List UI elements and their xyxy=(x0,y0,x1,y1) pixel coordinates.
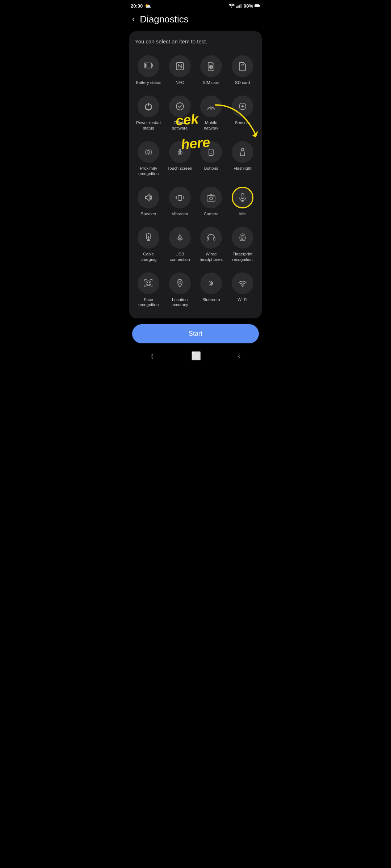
sd-card-label: SD card xyxy=(235,80,250,85)
grid-item-bluetooth[interactable]: Bluetooth xyxy=(196,269,226,312)
mobile-network-label: Mobile network xyxy=(198,120,225,131)
back-button[interactable]: ‹ xyxy=(131,13,136,25)
grid-item-location-accuracy[interactable]: Location accuracy xyxy=(165,269,195,312)
proximity-icon xyxy=(138,141,159,163)
svg-rect-9 xyxy=(152,64,153,67)
svg-point-55 xyxy=(179,281,181,283)
mobile-network-icon xyxy=(200,96,222,117)
face-recognition-icon xyxy=(138,272,159,294)
grid-item-fingerprint[interactable]: Fingerprint recognition xyxy=(228,223,258,266)
touch-screen-icon xyxy=(169,141,191,163)
svg-rect-7 xyxy=(255,5,259,7)
camera-label: Camera xyxy=(204,211,219,217)
grid-item-nfc[interactable]: NFC xyxy=(165,52,195,89)
start-button[interactable]: Start xyxy=(132,324,259,343)
grid-item-sd-card[interactable]: SD card xyxy=(228,52,258,89)
grid-item-official-software[interactable]: Official software xyxy=(165,92,195,135)
svg-point-37 xyxy=(213,196,214,197)
page-title: Diagnostics xyxy=(140,14,188,25)
grid-item-proximity[interactable]: Proximity recognition xyxy=(134,137,164,180)
buttons-label: Buttons xyxy=(204,166,218,171)
battery-status-label: Battery status xyxy=(136,80,161,85)
sim-card-label: SIM card xyxy=(203,80,219,85)
svg-rect-3 xyxy=(240,4,241,8)
grid-item-touch-screen[interactable]: Touch screen xyxy=(165,137,195,180)
flashlight-icon xyxy=(232,141,253,163)
location-accuracy-icon xyxy=(169,272,191,294)
svg-rect-1 xyxy=(237,5,238,8)
sd-card-icon xyxy=(232,55,253,77)
diagnostics-card: You can select an item to test. Battery … xyxy=(129,31,262,318)
grid-item-cable-charging[interactable]: Cable charging xyxy=(134,223,164,266)
speaker-label: Speaker xyxy=(141,211,156,217)
grid-item-vibration[interactable]: Vibration xyxy=(165,183,195,220)
start-button-container: Start xyxy=(125,318,266,348)
grid-item-wifi[interactable]: Wi-Fi xyxy=(228,269,258,312)
bottom-nav: ⫾ ⬜ ‹ xyxy=(125,348,266,367)
svg-rect-0 xyxy=(236,7,237,8)
svg-point-47 xyxy=(178,238,179,240)
grid-item-mic[interactable]: Mic xyxy=(228,183,258,220)
grid-item-sensors[interactable]: Sensors xyxy=(228,92,258,135)
recent-apps-icon[interactable]: ⫾ xyxy=(151,351,155,361)
svg-point-22 xyxy=(241,105,244,107)
official-software-label: Official software xyxy=(167,120,194,131)
buttons-icon xyxy=(200,141,222,163)
sim-card-icon xyxy=(200,55,222,77)
grid-item-power-restart[interactable]: Power restart status xyxy=(134,92,164,135)
power-restart-icon xyxy=(138,96,159,117)
vibration-label: Vibration xyxy=(172,211,188,217)
svg-rect-14 xyxy=(211,65,213,68)
grid-item-flashlight[interactable]: Flashlight xyxy=(228,137,258,180)
grid-item-speaker[interactable]: Speaker xyxy=(134,183,164,220)
nfc-label: NFC xyxy=(176,80,184,85)
svg-rect-38 xyxy=(241,194,244,199)
svg-rect-10 xyxy=(145,64,147,68)
svg-line-28 xyxy=(240,149,240,149)
svg-rect-50 xyxy=(214,237,215,240)
svg-point-36 xyxy=(210,197,213,200)
svg-line-29 xyxy=(245,149,245,149)
svg-point-56 xyxy=(242,286,243,287)
status-right: 98% xyxy=(228,3,260,9)
fingerprint-label: Fingerprint recognition xyxy=(229,251,256,262)
svg-rect-48 xyxy=(181,238,182,240)
grid-item-camera[interactable]: Camera xyxy=(196,183,226,220)
grid-item-buttons[interactable]: Buttons xyxy=(196,137,226,180)
usb-connection-label: USB connection xyxy=(167,251,194,262)
svg-rect-6 xyxy=(259,5,260,7)
clock: 20:30 xyxy=(131,3,143,9)
grid-item-wired-headphones[interactable]: Wired headphones xyxy=(196,223,226,266)
speaker-icon xyxy=(138,187,159,208)
grid-item-sim-card[interactable]: SIM card xyxy=(196,52,226,89)
nfc-icon xyxy=(169,55,191,77)
vibration-icon xyxy=(169,187,191,208)
svg-rect-2 xyxy=(239,5,239,8)
fingerprint-icon xyxy=(232,227,253,249)
status-left: 20:30 ⛅ xyxy=(131,3,151,9)
svg-rect-30 xyxy=(178,195,182,200)
wired-headphones-label: Wired headphones xyxy=(198,251,225,262)
header: ‹ Diagnostics xyxy=(125,10,266,31)
status-bar: 20:30 ⛅ 98% xyxy=(125,0,266,10)
touch-screen-label: Touch screen xyxy=(168,166,192,171)
mic-label: Mic xyxy=(239,211,246,217)
card-subtitle: You can select an item to test. xyxy=(134,38,257,45)
grid-item-mobile-network[interactable]: Mobile network xyxy=(196,92,226,135)
grid-item-usb-connection[interactable]: USB connection xyxy=(165,223,195,266)
grid-item-battery-status[interactable]: Battery status xyxy=(134,52,164,89)
signal-icon xyxy=(236,3,242,8)
cable-charging-icon xyxy=(138,227,159,249)
weather-icon: ⛅ xyxy=(145,3,151,9)
svg-rect-4 xyxy=(241,4,242,8)
back-nav-icon[interactable]: ‹ xyxy=(238,351,240,361)
bluetooth-label: Bluetooth xyxy=(202,297,220,302)
svg-rect-49 xyxy=(207,237,209,240)
camera-icon xyxy=(200,187,222,208)
battery-status-icon xyxy=(255,3,260,8)
official-software-icon xyxy=(169,96,191,117)
grid-item-face-recognition[interactable]: Face recognition xyxy=(134,269,164,312)
home-icon[interactable]: ⬜ xyxy=(191,351,201,361)
svg-rect-13 xyxy=(210,66,211,68)
wifi-icon xyxy=(232,272,253,294)
